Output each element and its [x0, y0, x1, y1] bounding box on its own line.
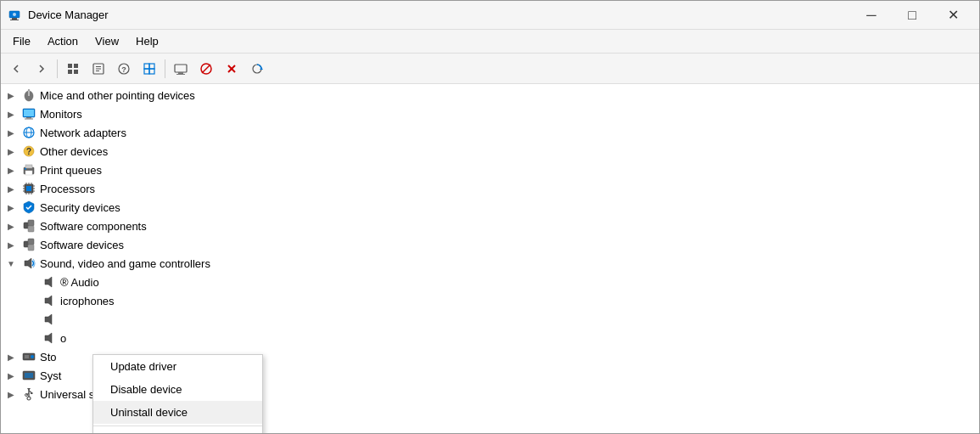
expand-icon-system[interactable]: ▶ — [4, 369, 18, 382]
sound-sub-4-label: o — [60, 332, 66, 345]
context-menu-sep-1 — [93, 426, 262, 426]
sound-sub-3-icon — [42, 312, 57, 327]
sound-sub-2[interactable]: icrophones — [35, 291, 979, 310]
sound-sub-4[interactable]: o — [35, 329, 979, 347]
expand-icon-print[interactable]: ▶ — [4, 163, 18, 177]
svg-rect-14 — [144, 64, 149, 69]
menu-bar: File Action View Help — [1, 30, 979, 54]
minimize-button[interactable]: ─ — [852, 3, 891, 28]
system-icon — [21, 368, 36, 383]
svg-point-69 — [31, 355, 34, 358]
svg-line-22 — [202, 65, 210, 73]
tree-item-other[interactable]: ▶ ? Other devices — [1, 142, 979, 161]
svg-marker-26 — [260, 67, 263, 70]
content-area: ▶ Mice and other pointing devices ▶ — [1, 84, 979, 433]
toolbar-sep-2 — [165, 59, 165, 78]
svg-rect-17 — [149, 69, 154, 74]
sw-components-label: Software components — [40, 220, 147, 233]
expand-icon-processors[interactable]: ▶ — [4, 182, 18, 195]
tree-item-network[interactable]: ▶ Network adapters — [1, 123, 979, 142]
svg-marker-63 — [25, 258, 31, 268]
svg-marker-66 — [45, 314, 52, 324]
forward-button[interactable] — [30, 57, 53, 81]
expand-button[interactable] — [137, 57, 161, 81]
svg-rect-42 — [25, 168, 26, 170]
svg-rect-32 — [26, 117, 31, 119]
mice-label: Mice and other pointing devices — [40, 89, 195, 102]
app-icon — [8, 8, 21, 22]
expand-icon-sw-components[interactable]: ▶ — [4, 219, 18, 233]
window-title: Device Manager — [28, 8, 852, 21]
expand-icon-monitors[interactable]: ▶ — [4, 107, 18, 121]
svg-rect-31 — [24, 110, 34, 116]
tree-item-sw-components[interactable]: ▶ Software components — [1, 217, 979, 235]
expand-icon-security[interactable]: ▶ — [4, 200, 18, 214]
svg-rect-58 — [28, 220, 34, 226]
storage-icon — [21, 349, 36, 364]
menu-file[interactable]: File — [4, 31, 39, 51]
device-manager-window: Device Manager ─ □ ✕ File Action View He… — [0, 0, 980, 434]
expand-icon-network[interactable]: ▶ — [4, 126, 18, 139]
sound-sub-items: ® Audio icrophones — [1, 273, 979, 347]
svg-rect-41 — [25, 171, 32, 175]
show-hide-button[interactable] — [61, 57, 85, 81]
svg-rect-44 — [26, 186, 31, 191]
expand-icon-sw-devices[interactable]: ▶ — [4, 238, 18, 251]
help-button[interactable]: ? — [112, 57, 136, 81]
tree-item-mice[interactable]: ▶ Mice and other pointing devices — [1, 86, 979, 104]
sound-sub-2-label: icrophones — [60, 295, 115, 307]
svg-text:?: ? — [26, 147, 31, 156]
tree-item-sound[interactable]: ▼ Sound, video and game controllers — [1, 254, 979, 273]
menu-action[interactable]: Action — [39, 31, 87, 51]
context-menu-update-driver[interactable]: Update driver — [93, 355, 262, 378]
tree-item-print[interactable]: ▶ Print queues — [1, 161, 979, 179]
other-label: Other devices — [40, 145, 108, 158]
tree-item-monitors[interactable]: ▶ Monitors — [1, 104, 979, 123]
svg-rect-1 — [12, 18, 17, 20]
expand-icon-storage[interactable]: ▶ — [4, 350, 18, 364]
monitors-label: Monitors — [40, 108, 82, 121]
sound-label: Sound, video and game controllers — [40, 257, 210, 270]
sound-sub-3[interactable] — [35, 310, 979, 329]
context-menu-scan-hardware[interactable]: Scan for hardware changes — [93, 428, 262, 433]
sw-devices-icon — [21, 237, 36, 252]
svg-rect-33 — [25, 119, 33, 120]
uninstall-device-button[interactable] — [220, 57, 244, 81]
system-label: Syst — [40, 369, 61, 382]
window-controls: ─ □ ✕ — [852, 3, 972, 28]
tree-item-sw-devices[interactable]: ▶ Software devices — [1, 235, 979, 254]
maximize-button[interactable]: □ — [893, 3, 932, 28]
print-label: Print queues — [40, 164, 102, 177]
mice-icon — [21, 87, 36, 103]
update-driver-button[interactable] — [169, 57, 193, 81]
svg-rect-62 — [28, 245, 34, 251]
properties-button[interactable] — [87, 57, 110, 81]
disable-device-button[interactable] — [194, 57, 218, 81]
menu-view[interactable]: View — [87, 31, 127, 51]
svg-rect-40 — [25, 165, 32, 168]
svg-text:?: ? — [121, 65, 126, 74]
menu-help[interactable]: Help — [127, 31, 167, 51]
tree-panel[interactable]: ▶ Mice and other pointing devices ▶ — [1, 84, 979, 433]
print-icon — [21, 162, 36, 178]
tree-item-processors[interactable]: ▶ — [1, 179, 979, 198]
sound-sub-1[interactable]: ® Audio — [35, 273, 979, 291]
context-menu-disable-device[interactable]: Disable device — [93, 378, 262, 401]
back-button[interactable] — [4, 57, 28, 81]
svg-rect-6 — [68, 70, 72, 74]
security-label: Security devices — [40, 201, 120, 214]
processors-icon — [21, 181, 36, 196]
close-button[interactable]: ✕ — [933, 3, 972, 28]
scan-hardware-button[interactable] — [245, 57, 269, 81]
expand-icon-sound[interactable]: ▼ — [4, 256, 18, 270]
svg-marker-64 — [45, 277, 52, 287]
expand-icon-usb[interactable]: ▶ — [4, 387, 18, 401]
context-menu-uninstall-device[interactable]: Uninstall device — [93, 401, 262, 424]
tree-item-security[interactable]: ▶ Security devices — [1, 198, 979, 217]
expand-icon-mice[interactable]: ▶ — [4, 88, 18, 102]
sound-sub-1-icon — [42, 274, 57, 290]
title-bar: Device Manager ─ □ ✕ — [1, 1, 979, 30]
toolbar: ? — [1, 54, 979, 84]
expand-icon-other[interactable]: ▶ — [4, 144, 18, 158]
svg-rect-19 — [178, 72, 183, 74]
